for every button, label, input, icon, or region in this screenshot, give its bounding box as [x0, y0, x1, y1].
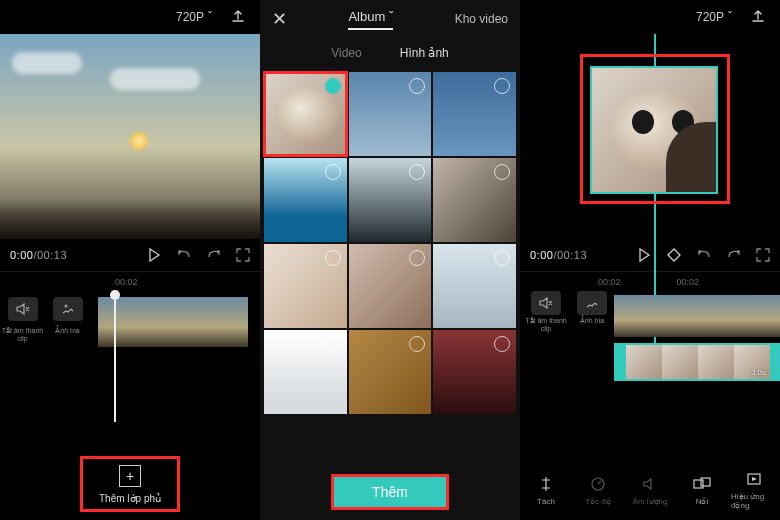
- time-display: 0:00/00:13: [530, 249, 587, 261]
- chevron-down-icon: ˇ: [389, 9, 393, 24]
- speed-button[interactable]: Tốc độ: [575, 475, 621, 506]
- media-item[interactable]: [264, 72, 347, 156]
- clip-handle-left[interactable]: [616, 345, 626, 379]
- volume-button[interactable]: Âm lượng: [627, 475, 673, 506]
- media-item[interactable]: [349, 72, 432, 156]
- clip-thumbnail[interactable]: [698, 295, 740, 337]
- animation-button[interactable]: Hiệu ứng động: [731, 470, 777, 510]
- fullscreen-icon[interactable]: [756, 248, 770, 262]
- clip-thumbnail[interactable]: [98, 297, 148, 347]
- add-overlay-button[interactable]: + Thêm lớp phủ: [80, 456, 180, 512]
- media-item[interactable]: [433, 330, 516, 414]
- add-button[interactable]: Thêm: [331, 474, 449, 510]
- svg-rect-2: [701, 478, 710, 486]
- redo-icon[interactable]: [206, 247, 222, 263]
- main-track[interactable]: [614, 295, 780, 337]
- select-indicator: [325, 78, 341, 94]
- export-icon[interactable]: [750, 9, 766, 25]
- play-icon[interactable]: [146, 247, 162, 263]
- media-grid: [260, 68, 520, 418]
- fullscreen-icon[interactable]: [236, 248, 250, 262]
- plus-icon: +: [119, 465, 141, 487]
- resolution-selector[interactable]: 720Pˇ: [176, 10, 212, 24]
- preview-canvas[interactable]: [0, 34, 260, 239]
- export-icon[interactable]: [230, 9, 246, 25]
- overlay-clip[interactable]: [590, 66, 718, 194]
- time-display: 0:00/00:13: [10, 249, 67, 261]
- media-item[interactable]: [349, 244, 432, 328]
- clip-handle-right[interactable]: [770, 345, 780, 379]
- media-item[interactable]: [349, 158, 432, 242]
- media-item[interactable]: [264, 244, 347, 328]
- media-item[interactable]: [349, 330, 432, 414]
- clip-thumbnail[interactable]: [614, 295, 656, 337]
- media-item[interactable]: [433, 244, 516, 328]
- redo-icon[interactable]: [726, 247, 742, 263]
- album-dropdown[interactable]: Album ˇ: [317, 9, 425, 30]
- media-item[interactable]: [264, 158, 347, 242]
- stock-video-link[interactable]: Kho video: [455, 12, 508, 26]
- timeline-ruler[interactable]: 00:02: [0, 271, 260, 291]
- resolution-selector[interactable]: 720Pˇ: [696, 10, 732, 24]
- overlay-button[interactable]: Nối: [679, 475, 725, 506]
- clip-thumbnail[interactable]: [656, 295, 698, 337]
- preview-canvas[interactable]: [520, 34, 780, 239]
- timeline-track[interactable]: [98, 297, 248, 347]
- keyframe-icon[interactable]: [666, 247, 682, 263]
- mute-clip-button[interactable]: Tắt âm thanh clip: [524, 291, 568, 332]
- close-icon[interactable]: ✕: [272, 8, 287, 30]
- split-button[interactable]: Tách: [523, 475, 569, 506]
- undo-icon[interactable]: [176, 247, 192, 263]
- mute-clip-button[interactable]: Tắt âm thanh clip: [0, 297, 45, 342]
- bottom-toolbar: Tách Tốc độ Âm lượng Nối Hiệu ứng động: [520, 460, 780, 520]
- overlay-track-clip[interactable]: 3.0s: [614, 343, 780, 381]
- chevron-down-icon: ˇ: [208, 10, 212, 24]
- playhead[interactable]: [114, 292, 116, 422]
- clip-thumbnail[interactable]: [198, 297, 248, 347]
- cover-button[interactable]: Ảnh bìa: [570, 291, 614, 332]
- media-item[interactable]: [433, 158, 516, 242]
- tab-video[interactable]: Video: [331, 46, 361, 60]
- clip-duration: 3.0s: [751, 368, 766, 377]
- clip-thumbnail[interactable]: [740, 295, 780, 337]
- timeline-ruler[interactable]: 00:02 00:02: [520, 271, 780, 291]
- media-item[interactable]: [433, 72, 516, 156]
- media-item[interactable]: [264, 330, 347, 414]
- play-icon[interactable]: [636, 247, 652, 263]
- undo-icon[interactable]: [696, 247, 712, 263]
- tab-image[interactable]: Hình ảnh: [400, 46, 449, 60]
- chevron-down-icon: ˇ: [728, 10, 732, 24]
- cover-button[interactable]: Ảnh bìa: [45, 297, 90, 335]
- clip-thumbnail[interactable]: [148, 297, 198, 347]
- svg-rect-1: [694, 480, 703, 488]
